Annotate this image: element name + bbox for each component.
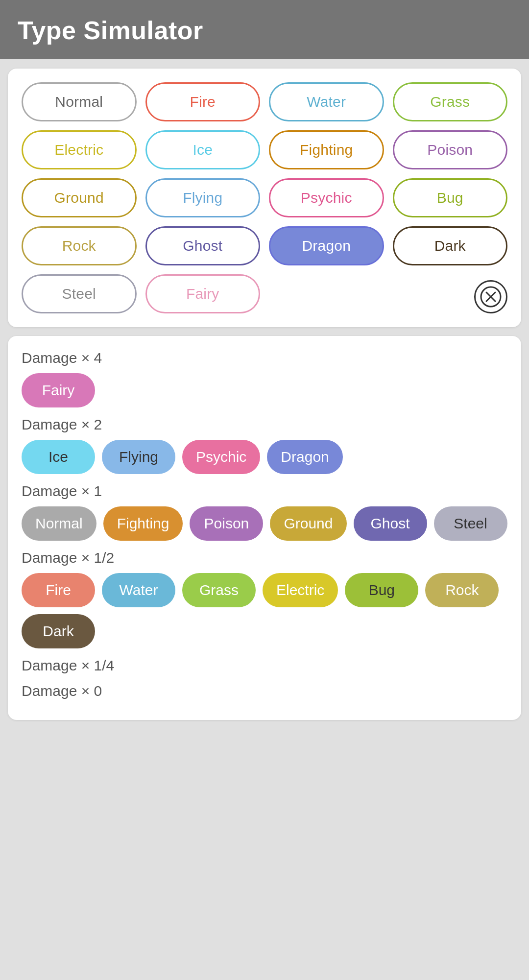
clear-button[interactable] [474,280,507,313]
type-btn-dragon[interactable]: Dragon [269,226,384,265]
type-btn-dark[interactable]: Dark [393,226,508,265]
damage-chips-1: IceFlyingPsychicDragon [22,440,507,474]
close-icon [480,286,502,308]
damage-chips-2: NormalFightingPoisonGroundGhostSteel [22,506,507,541]
type-btn-steel[interactable]: Steel [22,274,137,313]
chip-poison-2[interactable]: Poison [190,506,263,541]
damage-label-4: Damage × 1/4 [22,657,507,674]
type-btn-poison[interactable]: Poison [393,130,508,169]
chip-fairy-0[interactable]: Fairy [22,373,95,407]
chip-flying-1[interactable]: Flying [102,440,175,474]
chip-dragon-1[interactable]: Dragon [267,440,342,474]
chip-dark-3[interactable]: Dark [22,614,95,648]
type-selector-card: NormalFireWaterGrassElectricIceFightingP… [8,69,521,327]
type-btn-fire[interactable]: Fire [145,82,261,121]
main-content: NormalFireWaterGrassElectricIceFightingP… [0,59,529,730]
type-btn-electric[interactable]: Electric [22,130,137,169]
damage-label-1: Damage × 2 [22,416,507,433]
type-btn-fighting[interactable]: Fighting [269,130,384,169]
damage-chips-3: FireWaterGrassElectricBugRockDark [22,573,507,648]
damage-chips-0: Fairy [22,373,507,407]
app-header: Type Simulator [0,0,529,59]
chip-normal-2[interactable]: Normal [22,506,96,541]
type-btn-ghost[interactable]: Ghost [145,226,261,265]
type-grid: NormalFireWaterGrassElectricIceFightingP… [22,82,507,313]
chip-fire-3[interactable]: Fire [22,573,95,607]
type-btn-ground[interactable]: Ground [22,178,137,217]
chip-ice-1[interactable]: Ice [22,440,95,474]
chip-psychic-1[interactable]: Psychic [182,440,260,474]
type-btn-normal[interactable]: Normal [22,82,137,121]
chip-ghost-2[interactable]: Ghost [354,506,427,541]
damage-label-2: Damage × 1 [22,483,507,500]
chip-water-3[interactable]: Water [102,573,175,607]
chip-bug-3[interactable]: Bug [345,573,418,607]
type-btn-grass[interactable]: Grass [393,82,508,121]
app-title: Type Simulator [18,16,511,45]
type-btn-psychic[interactable]: Psychic [269,178,384,217]
type-btn-fairy[interactable]: Fairy [145,274,261,313]
results-card: Damage × 4FairyDamage × 2IceFlyingPsychi… [8,336,521,720]
chip-grass-3[interactable]: Grass [182,573,256,607]
type-btn-ice[interactable]: Ice [145,130,261,169]
damage-label-3: Damage × 1/2 [22,550,507,566]
chip-ground-2[interactable]: Ground [270,506,346,541]
type-btn-bug[interactable]: Bug [393,178,508,217]
chip-electric-3[interactable]: Electric [263,573,338,607]
chip-steel-2[interactable]: Steel [434,506,507,541]
chip-rock-3[interactable]: Rock [425,573,499,607]
damage-label-5: Damage × 0 [22,683,507,699]
type-btn-water[interactable]: Water [269,82,384,121]
type-btn-rock[interactable]: Rock [22,226,137,265]
type-btn-flying[interactable]: Flying [145,178,261,217]
damage-label-0: Damage × 4 [22,350,507,366]
chip-fighting-2[interactable]: Fighting [103,506,183,541]
